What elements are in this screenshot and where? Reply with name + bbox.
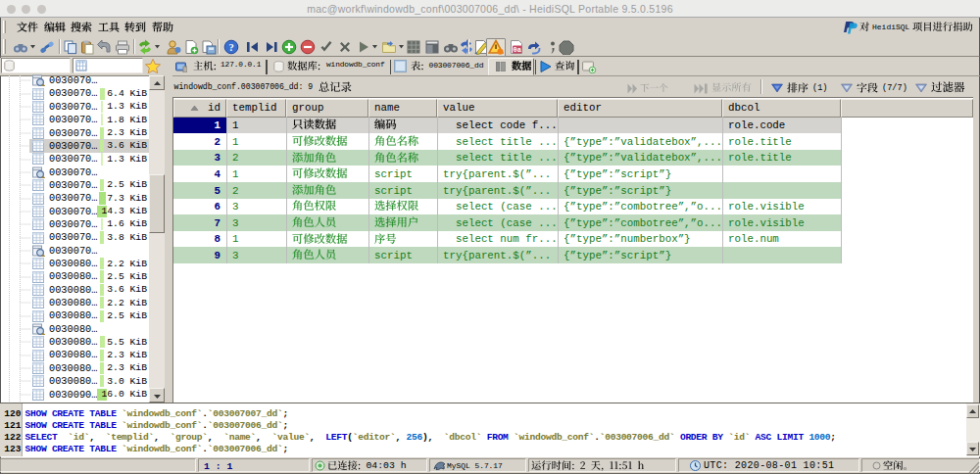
svg-text:0a: 0a	[514, 46, 522, 54]
svg-text:?: ?	[228, 42, 233, 53]
